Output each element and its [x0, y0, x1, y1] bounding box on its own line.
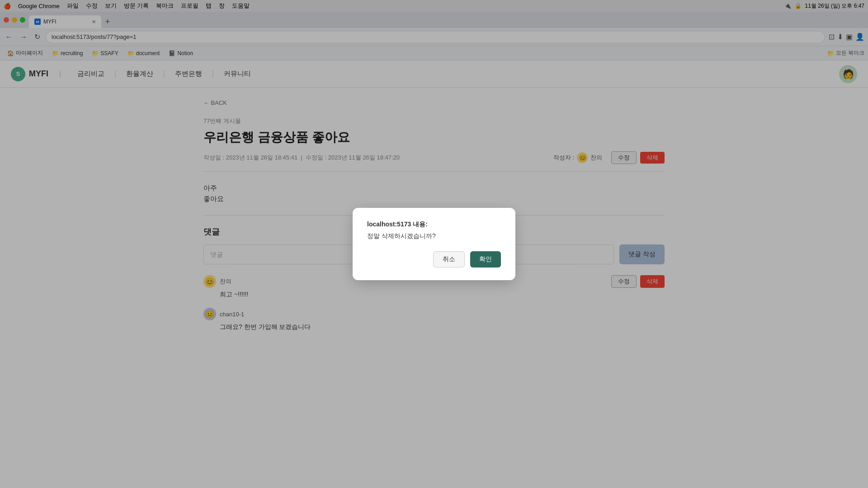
modal-confirm-button[interactable]: 확인: [470, 251, 501, 267]
modal-origin: localhost:5173 내용:: [367, 221, 501, 229]
modal-dialog: localhost:5173 내용: 정말 삭제하시겠습니까? 취소 확인: [353, 208, 515, 280]
modal-message: 정말 삭제하시겠습니까?: [367, 232, 501, 240]
modal-buttons: 취소 확인: [367, 251, 501, 267]
modal-cancel-button[interactable]: 취소: [433, 251, 465, 267]
modal-overlay: localhost:5173 내용: 정말 삭제하시겠습니까? 취소 확인: [0, 0, 868, 488]
